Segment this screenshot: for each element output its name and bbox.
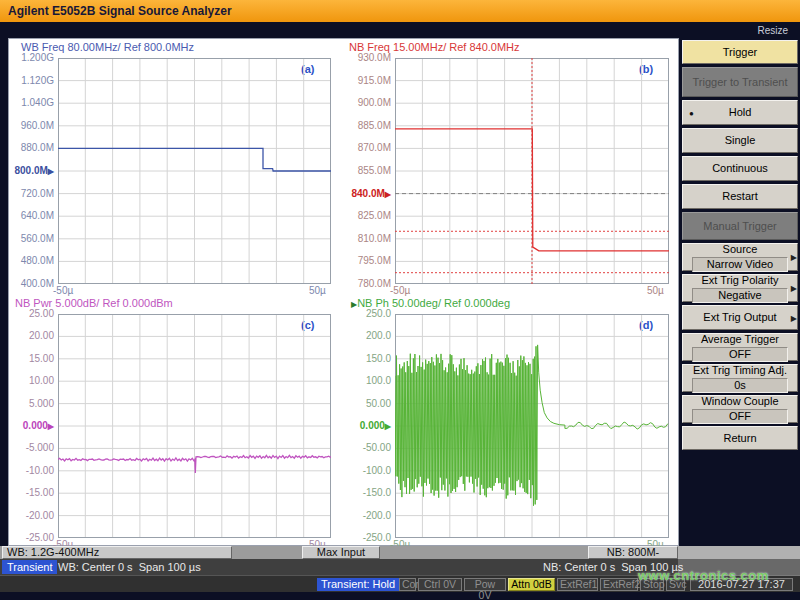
plot-b-ytick: 870.0M [345,142,391,153]
plot-a-ytick: 880.0M [8,142,54,153]
plot-c-ytick: -25.00 [8,532,54,543]
plot-b-ytick: 900.0M [345,97,391,108]
softkey-menu: TriggerTrigger to TransientHold●SingleCo… [682,40,798,453]
chevron-right-icon: ▶ [791,282,797,295]
plot-b-xtick-right: 50µ [647,285,664,296]
chevron-right-icon: ▶ [791,251,797,264]
plot-b-canvas [395,58,669,284]
plot-d-ytick: 100.0 [345,375,391,386]
plot-a-ytick: 1.120G [8,75,54,86]
plot-c-ytick: 25.00 [8,308,54,319]
plot-a-ytick: 960.0M [8,120,54,131]
sidebar-item-window-couple[interactable]: Window CoupleOFF [682,395,798,423]
sidebar-item-ext-trig-output[interactable]: Ext Trig Output▶ [682,305,798,330]
plot-c-ytick: -5.000 [8,442,54,453]
sidebar-item-ext-trig-timing-adj[interactable]: Ext Trig Timing Adj.0s [682,364,798,392]
softkey-value: OFF [692,409,788,424]
selected-bullet-icon: ● [689,106,694,119]
plot-c-ytick: 10.00 [8,375,54,386]
plot-d-ytick: -250.0 [345,532,391,543]
plot-c-ytick: 5.000 [8,398,54,409]
plot-a-ref-level-label: 800.0M▶ [8,165,54,177]
plot-c-ytick: -20.00 [8,510,54,521]
ref-marker-icon: ▶ [385,422,391,431]
indicator-attn-0db: Attn 0dB [508,578,555,591]
plot-b-ytick: 930.0M [345,52,391,63]
plot-a-ytick: 1.040G [8,97,54,108]
title-bar[interactable]: Agilent E5052B Signal Source Analyzer [0,0,800,22]
plot-a-ytick: 480.0M [8,255,54,266]
sidebar-item-average-trigger[interactable]: Average TriggerOFF [682,333,798,361]
plot-a-xtick-right: 50µ [309,285,326,296]
softkey-value: 0s [692,378,788,393]
plot-b-ytick: 855.0M [345,165,391,176]
wb-range-label: WB: 1.2G-400MHz [2,546,232,559]
softkey-label: Single [725,134,756,147]
sidebar-item-restart[interactable]: Restart [682,184,798,209]
sidebar-item-hold[interactable]: Hold● [682,100,798,125]
plot-b-ytick: 810.0M [345,233,391,244]
softkey-label: Trigger [723,46,757,59]
sidebar-item-single[interactable]: Single [682,128,798,153]
indicator-extref2: ExtRef2 [600,578,638,591]
plot-d-ytick: -150.0 [345,487,391,498]
sidebar-item-trigger-to-transient: Trigger to Transient [682,67,798,97]
softkey-label: Source [723,243,758,256]
plot-b-ytick: 780.0M [345,278,391,289]
ref-marker-icon: ▶ [48,167,54,176]
plot-d-ytick: -50.00 [345,442,391,453]
indicator-cor: Cor [399,578,416,591]
plot-a-ytick: 1.200G [8,52,54,63]
softkey-label: Average Trigger [701,333,779,346]
transient-mode-badge: Transient [2,560,57,574]
plot-c-ytick: 20.00 [8,330,54,341]
sidebar-item-return[interactable]: Return [682,426,798,450]
plot-d-ytick: 250.0 [345,308,391,319]
nb-range-label: NB: 800M-880MHz [588,546,678,559]
plot-c-ytick: 15.00 [8,353,54,364]
plot-d-ytick: 150.0 [345,353,391,364]
softkey-label: Return [723,432,756,445]
softkey-label: Ext Trig Timing Adj. [693,364,787,377]
resize-button[interactable]: Resize [757,25,788,36]
sidebar-item-continuous[interactable]: Continuous [682,156,798,181]
plot-b-xtick-left: -50µ [390,285,410,296]
plot-c-ref-level-label: 0.000▶ [8,420,54,432]
wb-sweep-label: WB: Center 0 s Span 100 µs [58,560,201,574]
plot-b-ytick: 825.0M [345,210,391,221]
plot-c-canvas [58,314,331,538]
sidebar-item-ext-trig-polarity[interactable]: Ext Trig PolarityNegative▶ [682,274,798,302]
plot-a-ytick: 720.0M [8,188,54,199]
softkey-value: Negative [692,288,788,303]
plot-a-ytick: 560.0M [8,233,54,244]
display-panel: WB Freq 80.00MHz/ Ref 800.0MHz(a)1.200G1… [8,38,679,546]
plot-d-canvas [395,314,669,538]
softkey-label: Hold [729,106,752,119]
plot-b-ytick: 795.0M [345,255,391,266]
plot-d-ytick: -200.0 [345,510,391,521]
plot-a-ytick: 400.0M [8,278,54,289]
plot-b-ref-level-label: 840.0M▶ [345,188,391,200]
indicator-extref1: ExtRef1 [557,578,598,591]
plot-b-ytick: 915.0M [345,75,391,86]
plot-d-ytick: 50.00 [345,398,391,409]
sidebar-item-manual-trigger: Manual Trigger [682,212,798,240]
plot-c-ytick: -10.00 [8,465,54,476]
watermark: www.cntronics.com [638,568,798,583]
softkey-label: Window Couple [701,395,778,408]
plot-b-ytick: 885.0M [345,120,391,131]
softkey-label: Ext Trig Polarity [701,274,778,287]
sidebar-item-source[interactable]: SourceNarrow Video▶ [682,243,798,271]
window-title: Agilent E5052B Signal Source Analyzer [0,0,800,22]
plot-c-ytick: -15.00 [8,487,54,498]
plot-a-ytick: 640.0M [8,210,54,221]
plot-d-ref-level-label: 0.000▶ [345,420,391,432]
softkey-label: Continuous [712,162,768,175]
plot-a-xtick-left: -50µ [53,285,73,296]
trigger-status-badge: Transient: Hold [317,578,399,591]
softkey-value: Narrow Video [692,257,788,272]
indicator-pow-0v: Pow 0V [464,578,506,591]
ref-marker-icon: ▶ [385,190,391,199]
softkey-label: Trigger to Transient [693,76,788,89]
sidebar-item-trigger[interactable]: Trigger [682,40,798,64]
